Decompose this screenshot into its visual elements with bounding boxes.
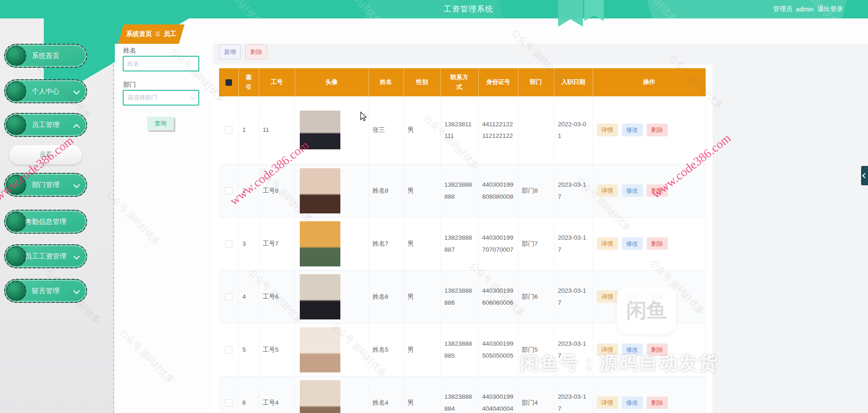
sidebar-item[interactable]: 员工工资管理 bbox=[4, 244, 87, 268]
filter-panel: 姓名 部门 请选择部门 查询 bbox=[115, 44, 213, 413]
row-select-cell bbox=[219, 376, 238, 413]
cell-phone: 13823888885 bbox=[440, 323, 478, 376]
row-checkbox[interactable] bbox=[225, 399, 232, 407]
cell-hire_date: 2023-03-17 bbox=[554, 164, 593, 217]
sidebar-item[interactable]: 个人中心 bbox=[4, 79, 87, 103]
avatar bbox=[300, 168, 340, 213]
row-checkbox[interactable] bbox=[225, 126, 232, 134]
table-row: 3工号7姓名7男13823888887440300199707070007部门7… bbox=[219, 217, 706, 270]
detail-button[interactable]: 详情 bbox=[597, 290, 618, 303]
cell-emp_no: 工号7 bbox=[259, 217, 295, 270]
name-filter-input[interactable] bbox=[123, 56, 199, 71]
avatar bbox=[300, 274, 340, 319]
edit-button[interactable]: 修改 bbox=[622, 343, 643, 356]
sidebar-menu: 系统首页个人中心员工管理员工部门管理考勤信息管理员工工资管理留言管理 bbox=[0, 18, 114, 413]
cell-dept bbox=[518, 96, 554, 164]
breadcrumb-content: 系统首页 ☰ 员工 bbox=[121, 24, 182, 44]
cell-index: 6 bbox=[238, 376, 259, 413]
cell-name: 姓名7 bbox=[369, 217, 404, 270]
topbar-user-area: 管理员 admin 退出登录 bbox=[773, 0, 843, 18]
row-delete-button[interactable]: 删除 bbox=[647, 184, 668, 197]
cell-hire_date: 2022-03-01 bbox=[554, 96, 593, 164]
app-title: 工资管理系统 bbox=[444, 0, 493, 18]
sidebar-item[interactable]: 留言管理 bbox=[4, 279, 87, 303]
detail-button[interactable]: 详情 bbox=[597, 124, 618, 136]
row-delete-button[interactable]: 删除 bbox=[647, 343, 668, 356]
row-checkbox[interactable] bbox=[225, 346, 232, 354]
avatar bbox=[300, 111, 340, 149]
cell-emp_no: 工号8 bbox=[259, 164, 295, 217]
cell-emp_no: 工号5 bbox=[259, 323, 295, 376]
cell-hire_date: 2023-03-17 bbox=[554, 270, 593, 323]
sidebar-item[interactable]: 系统首页 bbox=[4, 44, 87, 68]
sidebar-item-label: 考勤信息管理 bbox=[5, 211, 86, 233]
column-header: 联系方式 bbox=[440, 68, 478, 96]
detail-button[interactable]: 详情 bbox=[597, 237, 618, 250]
row-checkbox[interactable] bbox=[225, 187, 232, 195]
cell-id_card: 440300199606060006 bbox=[478, 270, 518, 323]
cell-gender: 男 bbox=[404, 376, 440, 413]
avatar bbox=[300, 327, 340, 372]
detail-button[interactable]: 详情 bbox=[597, 184, 618, 197]
row-select-cell bbox=[219, 217, 238, 270]
cell-gender: 男 bbox=[404, 217, 440, 270]
column-header: 入职日期 bbox=[554, 68, 593, 96]
sidebar-item[interactable]: 员工管理 bbox=[4, 113, 87, 137]
row-delete-button[interactable]: 删除 bbox=[647, 124, 668, 136]
row-checkbox[interactable] bbox=[225, 293, 232, 301]
row-delete-button[interactable]: 删除 bbox=[647, 396, 668, 409]
delete-button[interactable]: 删除 bbox=[245, 44, 267, 59]
cell-avatar bbox=[295, 96, 369, 164]
cell-name: 姓名4 bbox=[369, 376, 404, 413]
cell-dept: 部门4 bbox=[518, 376, 554, 413]
row-delete-button[interactable]: 删除 bbox=[647, 237, 668, 250]
cell-hire_date: 2023-03-17 bbox=[554, 376, 593, 413]
column-header: 头像 bbox=[295, 68, 369, 96]
cell-id_card: 440300199404040004 bbox=[478, 376, 518, 413]
dept-select-placeholder: 请选择部门 bbox=[127, 94, 157, 102]
sidebar-item-label: 员工管理 bbox=[5, 114, 86, 136]
cell-gender: 男 bbox=[404, 96, 440, 164]
collapse-handle[interactable] bbox=[861, 166, 868, 185]
logout-link[interactable]: 退出登录 bbox=[817, 5, 843, 13]
row-select-cell bbox=[219, 323, 238, 376]
edit-button[interactable]: 修改 bbox=[622, 396, 643, 409]
cell-phone: 13823888886 bbox=[440, 270, 478, 323]
name-filter-label: 姓名 bbox=[123, 47, 136, 55]
xianyu-logo: 闲鱼 bbox=[617, 287, 676, 334]
cell-index: 3 bbox=[238, 217, 259, 270]
detail-button[interactable]: 详情 bbox=[597, 343, 618, 356]
cell-id_card: 440300199808080008 bbox=[478, 164, 518, 217]
cell-dept: 部门7 bbox=[518, 217, 554, 270]
detail-button[interactable]: 详情 bbox=[597, 396, 618, 409]
sidebar-subitem[interactable]: 员工 bbox=[9, 145, 82, 165]
cell-avatar bbox=[295, 217, 369, 270]
cell-gender: 男 bbox=[404, 323, 440, 376]
row-select-cell bbox=[219, 270, 238, 323]
edit-button[interactable]: 修改 bbox=[622, 237, 643, 250]
cell-dept: 部门8 bbox=[518, 164, 554, 217]
dept-filter-select[interactable]: 请选择部门 bbox=[123, 90, 199, 106]
cell-emp_no: 11 bbox=[259, 96, 295, 164]
cell-id_card: 440300199707070007 bbox=[478, 217, 518, 270]
cell-id_card: 440300199505050005 bbox=[478, 323, 518, 376]
select-all-checkbox[interactable] bbox=[226, 79, 232, 86]
chevron-left-icon bbox=[862, 173, 867, 178]
admin-role-label: 管理员 bbox=[773, 5, 792, 13]
edit-button[interactable]: 修改 bbox=[622, 184, 643, 197]
breadcrumb-home[interactable]: 系统首页 bbox=[126, 30, 152, 38]
edit-button[interactable]: 修改 bbox=[622, 124, 643, 136]
sidebar-item[interactable]: 部门管理 bbox=[4, 173, 87, 197]
table-row: 2工号8姓名8男13823888888440300199808080008部门8… bbox=[219, 164, 706, 217]
cell-hire_date: 2023-03-17 bbox=[554, 323, 593, 376]
row-actions-cell: 详情修改删除 bbox=[593, 96, 706, 164]
cell-avatar bbox=[295, 376, 369, 413]
sidebar-item[interactable]: 考勤信息管理 bbox=[4, 210, 87, 234]
search-button[interactable]: 查询 bbox=[147, 117, 174, 130]
column-header: 身份证号 bbox=[478, 68, 518, 96]
add-button[interactable]: 新增 bbox=[219, 44, 241, 59]
row-checkbox[interactable] bbox=[225, 240, 232, 248]
table-body: 111张三男138238111114411221221121221222022-… bbox=[219, 96, 706, 413]
cell-avatar bbox=[295, 164, 369, 217]
select-all-header bbox=[219, 68, 238, 96]
